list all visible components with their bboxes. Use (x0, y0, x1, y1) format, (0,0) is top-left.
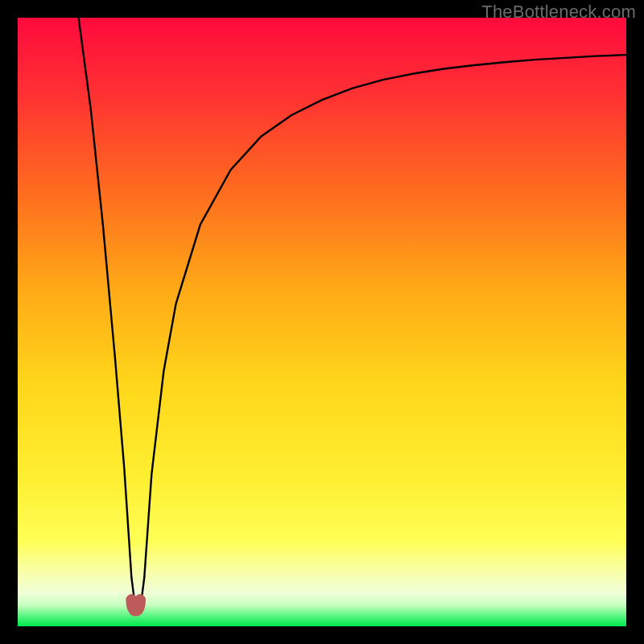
watermark-text: TheBottleneck.com (481, 2, 636, 23)
outer-frame: TheBottleneck.com (0, 0, 644, 644)
plot-area (18, 18, 626, 626)
bottleneck-curve (18, 18, 626, 626)
